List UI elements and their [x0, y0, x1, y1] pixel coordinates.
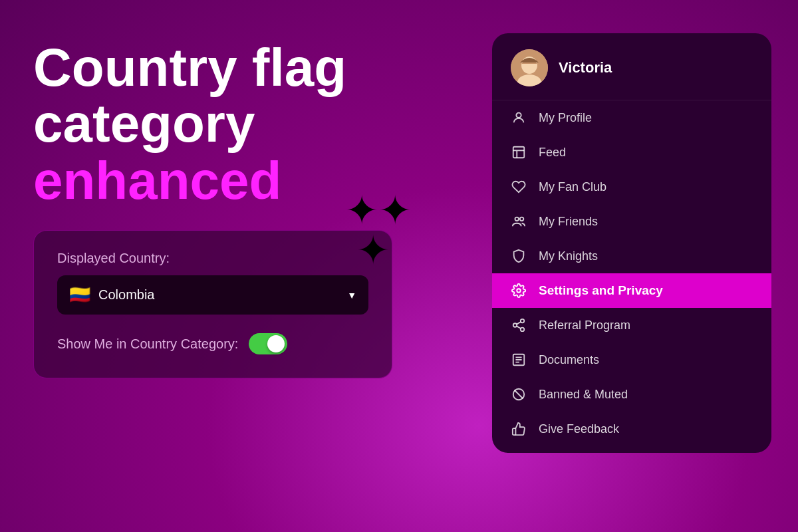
sparkles-decoration: ✦✦ ✦ — [345, 191, 412, 271]
menu-item-my-profile[interactable]: My Profile — [492, 100, 771, 135]
menu-label-feed: Feed — [539, 146, 566, 160]
people-icon — [511, 213, 527, 229]
document-icon — [511, 352, 527, 368]
menu-item-documents[interactable]: Documents — [492, 342, 771, 377]
avatar — [511, 49, 548, 86]
svg-point-3 — [516, 113, 521, 118]
menu-label-settings-privacy: Settings and Privacy — [539, 283, 663, 298]
svg-rect-4 — [513, 147, 525, 158]
menu-label-my-friends: My Friends — [539, 215, 598, 229]
svg-point-6 — [520, 217, 524, 221]
svg-point-8 — [521, 319, 525, 323]
country-dropdown[interactable]: 🇨🇴 Colombia ▼ — [57, 275, 368, 315]
svg-point-9 — [513, 323, 517, 327]
country-name: Colombia — [98, 287, 154, 303]
svg-point-5 — [515, 217, 519, 221]
share-icon — [511, 317, 527, 333]
country-category-toggle[interactable] — [249, 333, 287, 354]
menu-item-feed[interactable]: Feed — [492, 135, 771, 170]
menu-label-documents: Documents — [539, 353, 599, 367]
menu-list: My ProfileFeedMy Fan ClubMy FriendsMy Kn… — [492, 100, 771, 446]
menu-label-my-profile: My Profile — [539, 111, 592, 125]
thumbsup-icon — [511, 421, 527, 437]
headline-line2: category — [33, 96, 419, 152]
settings-card: ✦✦ ✦ Displayed Country: 🇨🇴 Colombia ▼ Sh… — [33, 230, 392, 378]
toggle-row: Show Me in Country Category: — [57, 333, 368, 354]
menu-label-give-feedback: Give Feedback — [539, 422, 619, 436]
person-icon — [511, 110, 527, 126]
menu-item-banned-muted[interactable]: Banned & Muted — [492, 377, 771, 412]
svg-point-10 — [521, 328, 525, 332]
feed-icon — [511, 144, 527, 160]
user-header: Victoria — [492, 33, 771, 100]
shield-icon — [511, 248, 527, 264]
user-name: Victoria — [559, 59, 612, 76]
menu-label-referral-program: Referral Program — [539, 319, 630, 332]
menu-label-banned-muted: Banned & Muted — [539, 388, 628, 402]
country-label: Displayed Country: — [57, 251, 368, 266]
left-section: Country flag category enhanced ✦✦ ✦ Disp… — [33, 40, 419, 378]
country-flag: 🇨🇴 — [69, 285, 90, 305]
menu-label-my-knights: My Knights — [539, 249, 598, 263]
menu-item-my-knights[interactable]: My Knights — [492, 239, 771, 273]
right-panel: Victoria My ProfileFeedMy Fan ClubMy Fri… — [492, 33, 771, 453]
toggle-knob — [267, 335, 285, 352]
gear-icon — [511, 283, 527, 299]
heart-icon — [511, 179, 527, 195]
chevron-down-icon: ▼ — [347, 290, 356, 301]
menu-item-my-friends[interactable]: My Friends — [492, 204, 771, 239]
ban-icon — [511, 386, 527, 402]
avatar-image — [511, 49, 548, 86]
toggle-label: Show Me in Country Category: — [57, 336, 238, 352]
country-left: 🇨🇴 Colombia — [69, 285, 154, 305]
svg-point-7 — [517, 289, 521, 293]
menu-label-my-fan-club: My Fan Club — [539, 180, 606, 194]
headline-line1: Country flag — [33, 40, 419, 96]
menu-item-referral-program[interactable]: Referral Program — [492, 308, 771, 342]
menu-item-settings-privacy[interactable]: Settings and Privacy — [492, 273, 771, 308]
menu-item-my-fan-club[interactable]: My Fan Club — [492, 170, 771, 204]
menu-item-give-feedback[interactable]: Give Feedback — [492, 412, 771, 446]
